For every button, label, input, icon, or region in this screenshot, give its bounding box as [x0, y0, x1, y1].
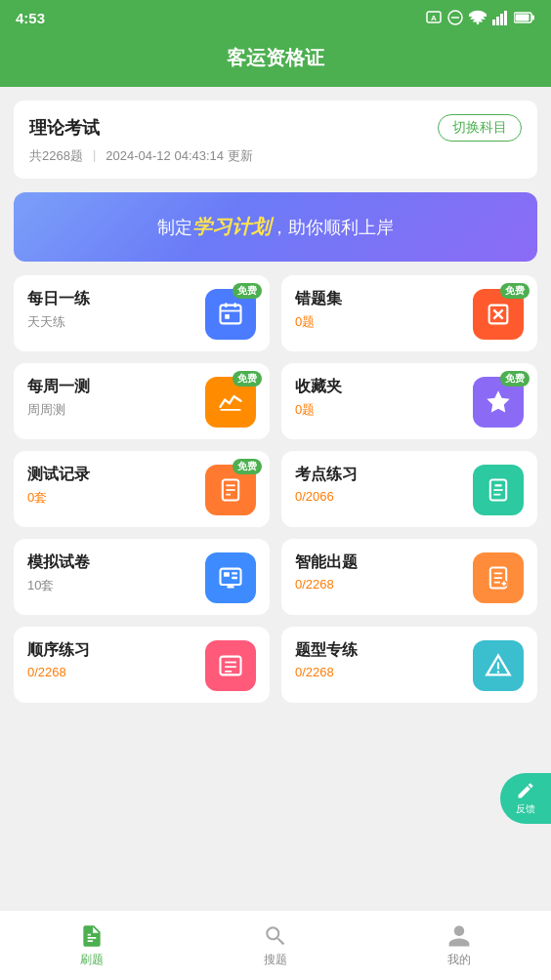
grid-item-favorite[interactable]: 收藏夹 0题 免费 — [281, 363, 537, 439]
favorite-free-badge: 免费 — [500, 371, 530, 387]
feedback-button[interactable]: 反馈 — [500, 773, 551, 824]
grid-item-wrong[interactable]: 错题集 0题 免费 — [281, 275, 537, 351]
smart-count: 0/2268 — [295, 577, 473, 592]
main-content: 理论考试 切换科目 共2268题 | 2024-04-12 04:43:14 更… — [0, 87, 551, 936]
app-header: 客运资格证 — [0, 35, 551, 87]
bottom-navigation: 刷题 搜题 我的 — [0, 910, 551, 980]
mock-name: 模拟试卷 — [27, 552, 205, 573]
sequence-name: 顺序练习 — [27, 640, 205, 661]
exam-section: 理论考试 切换科目 共2268题 | 2024-04-12 04:43:14 更… — [14, 101, 537, 179]
svg-rect-7 — [504, 11, 507, 25]
svg-rect-6 — [500, 14, 503, 25]
typepractice-icon — [473, 640, 524, 691]
records-name: 测试记录 — [27, 465, 205, 485]
svg-rect-31 — [232, 572, 237, 574]
status-bar: 4:53 A — [0, 0, 551, 35]
records-icon: 免费 — [205, 465, 256, 515]
exam-update-time: 2024-04-12 04:43:14 更新 — [106, 147, 252, 165]
smart-icon — [473, 552, 524, 603]
status-time: 4:53 — [16, 10, 45, 26]
banner-text: 制定学习计划，助你顺利上岸 — [157, 218, 394, 237]
sequence-icon — [205, 640, 256, 691]
svg-marker-26 — [495, 484, 502, 486]
wrong-free-badge: 免费 — [500, 283, 530, 299]
grid-item-weekly[interactable]: 每周一测 周周测 免费 — [14, 363, 270, 439]
typepractice-count: 0/2268 — [295, 665, 473, 679]
smart-name: 智能出题 — [295, 552, 473, 573]
search-nav-icon — [263, 923, 288, 949]
banner-prefix: 制定 — [157, 218, 192, 237]
feature-grid: 每日一练 天天练 免费 错题集 0题 免费 — [14, 275, 537, 703]
weekly-count: 周周测 — [27, 401, 205, 419]
wifi-icon — [469, 10, 487, 25]
favorite-icon: 免费 — [473, 377, 524, 428]
signal-icon — [492, 10, 508, 25]
grid-item-records[interactable]: 测试记录 0套 免费 — [14, 451, 270, 527]
exam-section-header: 理论考试 切换科目 — [29, 114, 522, 142]
wrong-icon: 免费 — [473, 289, 524, 340]
battery-icon — [514, 11, 535, 24]
sequence-count: 0/2268 — [27, 665, 205, 679]
daily-count: 天天练 — [27, 313, 205, 331]
separator: | — [93, 147, 96, 165]
svg-rect-32 — [232, 577, 237, 579]
wrong-count: 0题 — [295, 313, 473, 331]
favorite-count: 0题 — [295, 401, 473, 419]
feedback-label: 反馈 — [516, 802, 535, 816]
banner-suffix: ，助你顺利上岸 — [271, 218, 394, 237]
svg-point-43 — [497, 671, 499, 673]
daily-icon: 免费 — [205, 289, 256, 340]
grid-item-keypoints[interactable]: 考点练习 0/2066 — [281, 451, 537, 527]
exam-meta: 共2268题 | 2024-04-12 04:43:14 更新 — [29, 147, 522, 165]
svg-rect-19 — [221, 409, 241, 411]
grid-item-sequence[interactable]: 顺序练习 0/2268 — [14, 627, 270, 703]
svg-rect-9 — [531, 16, 534, 20]
nav-item-search[interactable]: 搜题 — [184, 923, 367, 968]
feedback-icon — [516, 781, 535, 800]
svg-rect-11 — [221, 306, 241, 324]
favorite-name: 收藏夹 — [295, 377, 473, 397]
mine-nav-label: 我的 — [447, 952, 471, 968]
wrong-name: 错题集 — [295, 289, 473, 309]
svg-rect-10 — [516, 15, 530, 21]
daily-free-badge: 免费 — [233, 283, 262, 299]
records-free-badge: 免费 — [233, 459, 262, 474]
study-nav-label: 刷题 — [80, 952, 104, 968]
keypoints-count: 0/2066 — [295, 489, 473, 504]
mine-nav-icon — [446, 923, 472, 949]
weekly-icon: 免费 — [205, 377, 256, 428]
grid-item-mock[interactable]: 模拟试卷 10套 — [14, 539, 270, 615]
svg-rect-29 — [221, 569, 241, 585]
study-nav-icon — [79, 923, 105, 949]
weekly-free-badge: 免费 — [233, 371, 262, 387]
switch-subject-button[interactable]: 切换科目 — [438, 114, 522, 142]
svg-rect-30 — [224, 572, 230, 577]
nav-item-study[interactable]: 刷题 — [0, 923, 184, 968]
records-count: 0套 — [27, 489, 205, 507]
minus-icon — [447, 10, 463, 25]
keypoints-name: 考点练习 — [295, 465, 473, 485]
exam-count: 共2268题 — [29, 147, 83, 165]
svg-text:A: A — [431, 14, 437, 22]
status-icons: A — [426, 10, 535, 25]
banner-highlight: 学习计划 — [192, 216, 271, 237]
search-nav-label: 搜题 — [264, 952, 287, 968]
mock-count: 10套 — [27, 577, 205, 594]
grid-item-smart[interactable]: 智能出题 0/2268 — [281, 539, 537, 615]
mock-icon — [205, 552, 256, 603]
grid-item-daily[interactable]: 每日一练 天天练 免费 — [14, 275, 270, 351]
svg-rect-15 — [225, 314, 230, 319]
a-icon: A — [426, 10, 442, 25]
daily-name: 每日一练 — [27, 289, 205, 309]
svg-rect-5 — [496, 17, 499, 25]
svg-marker-20 — [487, 390, 509, 412]
header-title: 客运资格证 — [227, 47, 324, 68]
keypoints-icon — [473, 465, 524, 515]
svg-rect-4 — [492, 20, 495, 25]
study-plan-banner[interactable]: 制定学习计划，助你顺利上岸 — [14, 192, 537, 262]
weekly-name: 每周一测 — [27, 377, 205, 397]
typepractice-name: 题型专练 — [295, 640, 473, 661]
nav-item-mine[interactable]: 我的 — [367, 923, 551, 968]
exam-title: 理论考试 — [29, 116, 100, 140]
grid-item-typepractice[interactable]: 题型专练 0/2268 — [281, 627, 537, 703]
